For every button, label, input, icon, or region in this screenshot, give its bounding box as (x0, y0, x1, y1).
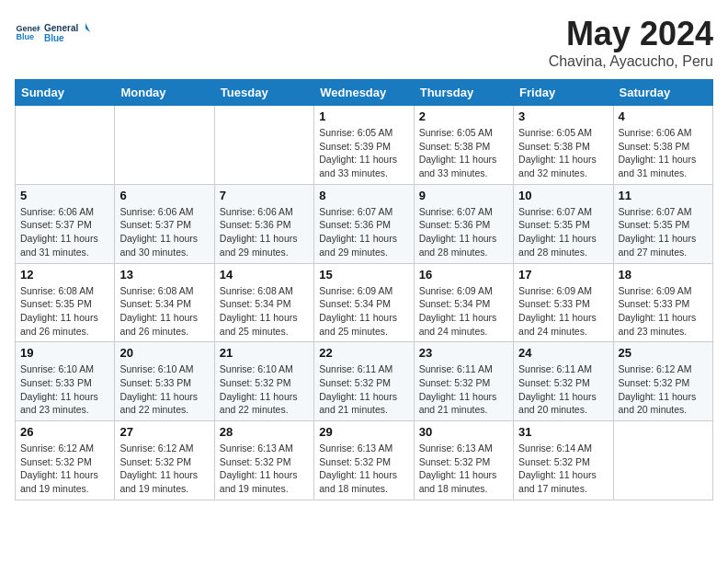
title-area: May 2024 Chavina, Ayacucho, Peru (549, 15, 713, 70)
day-info: Sunrise: 6:07 AM Sunset: 5:36 PM Dayligh… (319, 205, 408, 259)
day-number: 19 (20, 346, 109, 360)
calendar-cell: 14Sunrise: 6:08 AM Sunset: 5:34 PM Dayli… (214, 263, 313, 342)
svg-text:General: General (44, 23, 78, 33)
header: General Blue General Blue May 2024 Chavi… (15, 15, 713, 70)
day-info: Sunrise: 6:05 AM Sunset: 5:38 PM Dayligh… (518, 126, 608, 180)
day-info: Sunrise: 6:14 AM Sunset: 5:32 PM Dayligh… (518, 442, 608, 496)
day-info: Sunrise: 6:11 AM Sunset: 5:32 PM Dayligh… (518, 362, 608, 417)
calendar-cell: 3Sunrise: 6:05 AM Sunset: 5:38 PM Daylig… (514, 106, 613, 185)
day-number: 11 (619, 189, 708, 202)
calendar-cell: 5Sunrise: 6:06 AM Sunset: 5:37 PM Daylig… (16, 184, 115, 263)
day-number: 28 (220, 425, 309, 439)
calendar-table: SundayMondayTuesdayWednesdayThursdayFrid… (15, 79, 713, 500)
calendar-cell: 25Sunrise: 6:12 AM Sunset: 5:32 PM Dayli… (613, 342, 712, 421)
day-number: 24 (518, 346, 608, 360)
day-info: Sunrise: 6:08 AM Sunset: 5:34 PM Dayligh… (119, 284, 209, 339)
day-info: Sunrise: 6:07 AM Sunset: 5:35 PM Dayligh… (518, 205, 608, 259)
calendar-cell: 26Sunrise: 6:12 AM Sunset: 5:32 PM Dayli… (16, 421, 115, 500)
month-title: May 2024 (549, 15, 713, 53)
day-info: Sunrise: 6:12 AM Sunset: 5:32 PM Dayligh… (119, 442, 209, 496)
day-number: 4 (619, 109, 708, 123)
svg-marker-5 (85, 23, 90, 32)
day-info: Sunrise: 6:13 AM Sunset: 5:32 PM Dayligh… (319, 442, 408, 496)
location-subtitle: Chavina, Ayacucho, Peru (549, 53, 713, 70)
week-row-3: 12Sunrise: 6:08 AM Sunset: 5:35 PM Dayli… (16, 263, 713, 342)
day-number: 23 (419, 346, 508, 360)
weekday-thursday: Thursday (414, 80, 513, 106)
day-info: Sunrise: 6:12 AM Sunset: 5:32 PM Dayligh… (619, 362, 708, 417)
day-info: Sunrise: 6:08 AM Sunset: 5:35 PM Dayligh… (20, 284, 109, 339)
calendar-cell (214, 106, 313, 185)
calendar-cell: 23Sunrise: 6:11 AM Sunset: 5:32 PM Dayli… (414, 342, 513, 421)
calendar-cell: 7Sunrise: 6:06 AM Sunset: 5:36 PM Daylig… (214, 184, 313, 263)
day-number: 21 (220, 346, 309, 360)
day-info: Sunrise: 6:09 AM Sunset: 5:33 PM Dayligh… (619, 284, 708, 339)
weekday-sunday: Sunday (16, 80, 115, 106)
calendar-cell: 31Sunrise: 6:14 AM Sunset: 5:32 PM Dayli… (514, 421, 613, 500)
day-number: 7 (220, 189, 309, 202)
calendar-cell: 12Sunrise: 6:08 AM Sunset: 5:35 PM Dayli… (16, 263, 115, 342)
calendar-cell: 13Sunrise: 6:08 AM Sunset: 5:34 PM Dayli… (115, 263, 214, 342)
day-info: Sunrise: 6:10 AM Sunset: 5:32 PM Dayligh… (220, 362, 309, 417)
day-number: 15 (319, 268, 408, 282)
day-info: Sunrise: 6:09 AM Sunset: 5:34 PM Dayligh… (319, 284, 408, 339)
day-number: 20 (119, 346, 209, 360)
calendar-cell: 16Sunrise: 6:09 AM Sunset: 5:34 PM Dayli… (414, 263, 513, 342)
calendar-cell: 9Sunrise: 6:07 AM Sunset: 5:36 PM Daylig… (414, 184, 513, 263)
day-info: Sunrise: 6:06 AM Sunset: 5:36 PM Dayligh… (220, 205, 309, 259)
calendar-cell: 1Sunrise: 6:05 AM Sunset: 5:39 PM Daylig… (314, 106, 414, 185)
day-info: Sunrise: 6:08 AM Sunset: 5:34 PM Dayligh… (220, 284, 309, 339)
weekday-saturday: Saturday (613, 80, 712, 106)
svg-text:Blue: Blue (44, 33, 64, 43)
calendar-cell: 27Sunrise: 6:12 AM Sunset: 5:32 PM Dayli… (115, 421, 214, 500)
calendar-cell: 22Sunrise: 6:11 AM Sunset: 5:32 PM Dayli… (314, 342, 414, 421)
day-info: Sunrise: 6:05 AM Sunset: 5:39 PM Dayligh… (319, 126, 408, 180)
day-number: 29 (319, 425, 408, 439)
weekday-tuesday: Tuesday (214, 80, 313, 106)
calendar-cell: 2Sunrise: 6:05 AM Sunset: 5:38 PM Daylig… (414, 106, 513, 185)
calendar-cell: 11Sunrise: 6:07 AM Sunset: 5:35 PM Dayli… (613, 184, 712, 263)
calendar-cell: 17Sunrise: 6:09 AM Sunset: 5:33 PM Dayli… (514, 263, 613, 342)
calendar-cell: 6Sunrise: 6:06 AM Sunset: 5:37 PM Daylig… (115, 184, 214, 263)
day-info: Sunrise: 6:11 AM Sunset: 5:32 PM Dayligh… (419, 362, 508, 417)
calendar-cell: 21Sunrise: 6:10 AM Sunset: 5:32 PM Dayli… (214, 342, 313, 421)
calendar-cell (613, 421, 712, 500)
week-row-5: 26Sunrise: 6:12 AM Sunset: 5:32 PM Dayli… (16, 421, 713, 500)
calendar-cell (16, 106, 115, 185)
weekday-header-row: SundayMondayTuesdayWednesdayThursdayFrid… (16, 80, 713, 106)
calendar-cell: 4Sunrise: 6:06 AM Sunset: 5:38 PM Daylig… (613, 106, 712, 185)
svg-text:Blue: Blue (16, 32, 34, 41)
day-number: 17 (518, 268, 608, 282)
day-info: Sunrise: 6:06 AM Sunset: 5:37 PM Dayligh… (20, 205, 109, 259)
day-number: 5 (20, 189, 109, 202)
day-info: Sunrise: 6:07 AM Sunset: 5:35 PM Dayligh… (619, 205, 708, 259)
day-info: Sunrise: 6:13 AM Sunset: 5:32 PM Dayligh… (220, 442, 309, 496)
logo: General Blue General Blue (15, 15, 90, 50)
svg-text:General: General (16, 24, 40, 33)
day-number: 14 (220, 268, 309, 282)
day-info: Sunrise: 6:06 AM Sunset: 5:38 PM Dayligh… (619, 126, 708, 180)
day-number: 22 (319, 346, 408, 360)
day-number: 2 (419, 109, 508, 123)
calendar-cell: 10Sunrise: 6:07 AM Sunset: 5:35 PM Dayli… (514, 184, 613, 263)
day-info: Sunrise: 6:10 AM Sunset: 5:33 PM Dayligh… (119, 362, 209, 417)
weekday-wednesday: Wednesday (314, 80, 414, 106)
day-number: 6 (119, 189, 209, 202)
day-number: 31 (518, 425, 608, 439)
calendar-body: 1Sunrise: 6:05 AM Sunset: 5:39 PM Daylig… (16, 106, 713, 500)
day-info: Sunrise: 6:11 AM Sunset: 5:32 PM Dayligh… (319, 362, 408, 417)
calendar-cell: 20Sunrise: 6:10 AM Sunset: 5:33 PM Dayli… (115, 342, 214, 421)
day-number: 9 (419, 189, 508, 202)
day-number: 18 (619, 268, 708, 282)
calendar-cell: 8Sunrise: 6:07 AM Sunset: 5:36 PM Daylig… (314, 184, 414, 263)
day-number: 10 (518, 189, 608, 202)
week-row-4: 19Sunrise: 6:10 AM Sunset: 5:33 PM Dayli… (16, 342, 713, 421)
day-number: 8 (319, 189, 408, 202)
day-number: 27 (119, 425, 209, 439)
week-row-1: 1Sunrise: 6:05 AM Sunset: 5:39 PM Daylig… (16, 106, 713, 185)
day-number: 13 (119, 268, 209, 282)
day-number: 3 (518, 109, 608, 123)
day-info: Sunrise: 6:12 AM Sunset: 5:32 PM Dayligh… (20, 442, 109, 496)
day-number: 25 (619, 346, 708, 360)
day-info: Sunrise: 6:09 AM Sunset: 5:33 PM Dayligh… (518, 284, 608, 339)
